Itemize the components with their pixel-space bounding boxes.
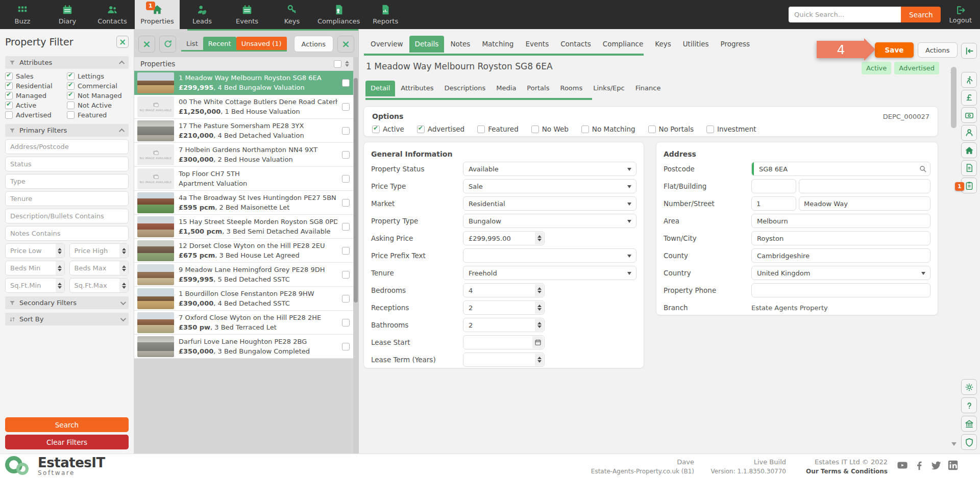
rail-button-house[interactable] xyxy=(961,142,977,158)
attribute-lettings[interactable]: Lettings xyxy=(67,72,129,80)
bedrooms-spinner[interactable] xyxy=(463,283,545,297)
tenure-select[interactable]: Freehold xyxy=(463,266,636,280)
option-featured[interactable]: Featured xyxy=(477,125,519,133)
checkbox-sales[interactable] xyxy=(5,72,13,80)
rail-button-shield[interactable] xyxy=(961,434,977,450)
filter-input-type[interactable] xyxy=(5,174,129,189)
bathrooms-spinner[interactable] xyxy=(463,318,545,332)
checkbox-residential[interactable] xyxy=(5,82,13,90)
checkbox-advertised[interactable] xyxy=(417,125,425,133)
receptions-input[interactable] xyxy=(469,304,533,312)
checkbox-no-portals[interactable] xyxy=(648,125,656,133)
lease-start-date-field[interactable] xyxy=(463,335,545,349)
row-checkbox[interactable] xyxy=(342,223,350,231)
filter-input-notes-contains[interactable] xyxy=(5,226,129,241)
lease-term-years-input[interactable] xyxy=(469,356,533,364)
attribute-advertised[interactable]: Advertised xyxy=(5,111,67,119)
checkbox-featured[interactable] xyxy=(67,111,75,119)
checkbox-no-matching[interactable] xyxy=(581,125,589,133)
tab-contacts[interactable]: Contacts xyxy=(555,36,597,53)
nav-item-compliances[interactable]: Compliances xyxy=(314,0,363,29)
list-actions-button[interactable]: Actions xyxy=(294,36,334,52)
rail-button-bank[interactable] xyxy=(961,416,977,432)
stepper-lease-term-years[interactable] xyxy=(535,354,544,366)
number-street-input-1[interactable] xyxy=(756,200,791,208)
checkbox-not-active[interactable] xyxy=(67,102,75,109)
checkbox-lettings[interactable] xyxy=(67,72,75,80)
town-city-input[interactable] xyxy=(757,235,925,242)
filter-input-status[interactable] xyxy=(5,157,129,171)
stepper-price-high[interactable] xyxy=(119,244,128,258)
attribute-sales[interactable]: Sales xyxy=(5,72,67,80)
option-no-portals[interactable]: No Portals xyxy=(648,125,694,133)
property-row[interactable]: NO IMAGE AVAILABLETop Floor CH7 5THApart… xyxy=(134,167,353,191)
filter-input-address-postcode[interactable] xyxy=(5,139,129,154)
terms-link[interactable]: Our Terms & Conditions xyxy=(806,467,888,476)
asking-price-spinner[interactable] xyxy=(463,231,545,245)
property-row[interactable]: 1 Meadow Way Melbourn Royston SG8 6EA£29… xyxy=(134,71,353,95)
checkbox-managed[interactable] xyxy=(5,92,13,99)
social-twitter[interactable] xyxy=(930,460,942,471)
secondary-filters-section-header[interactable]: Secondary Filters xyxy=(5,296,129,309)
property-row[interactable]: 15 Hay Street Steeple Morden Royston SG8… xyxy=(134,215,353,239)
subtab-portals[interactable]: Portals xyxy=(522,81,554,96)
price-type-select[interactable]: Sale xyxy=(463,179,636,193)
receptions-spinner[interactable] xyxy=(463,300,545,315)
price-prefix-text-select[interactable] xyxy=(463,248,636,263)
flat-building-input-2[interactable] xyxy=(804,183,925,190)
nav-item-buzz[interactable]: Buzz xyxy=(0,0,45,29)
scroll-down-arrow[interactable] xyxy=(951,442,957,448)
property-phone-field[interactable] xyxy=(751,283,930,297)
row-checkbox[interactable] xyxy=(342,199,350,207)
nav-item-keys[interactable]: Keys xyxy=(270,0,314,29)
property-row[interactable]: Darfuri Love Lane Houghton PE28 2BG£350,… xyxy=(134,335,353,359)
checkbox-investment[interactable] xyxy=(706,125,714,133)
rail-button-gear[interactable] xyxy=(961,379,977,395)
flat-building-field-1[interactable] xyxy=(751,179,796,193)
row-checkbox[interactable] xyxy=(342,151,350,159)
option-no-web[interactable]: No Web xyxy=(531,125,569,133)
checkbox-active[interactable] xyxy=(5,102,13,109)
stepper-sq-ft-min[interactable] xyxy=(56,279,64,292)
lease-term-years-spinner[interactable] xyxy=(463,353,545,367)
row-checkbox[interactable] xyxy=(342,127,350,135)
list-panel-close-button[interactable]: × xyxy=(337,36,354,53)
attribute-active[interactable]: Active xyxy=(5,102,67,109)
rail-button-walker[interactable] xyxy=(961,72,977,88)
property-row[interactable]: 7 Oxford Close Wyton on the Hill PE28 2H… xyxy=(134,311,353,335)
nav-item-diary[interactable]: Diary xyxy=(45,0,90,29)
flat-building-field-2[interactable] xyxy=(799,179,930,193)
save-button[interactable]: Save xyxy=(875,42,914,58)
list-tab-unsaved-1[interactable]: Unsaved (1) xyxy=(236,37,287,50)
row-checkbox[interactable] xyxy=(342,343,350,350)
checkbox-advertised[interactable] xyxy=(5,111,13,119)
attribute-residential[interactable]: Residential xyxy=(5,82,67,90)
calendar-icon[interactable] xyxy=(532,336,544,348)
list-tab-recent[interactable]: Recent xyxy=(203,37,236,50)
market-select[interactable]: Residential xyxy=(463,196,636,211)
rail-button-document[interactable] xyxy=(961,160,977,176)
row-checkbox[interactable] xyxy=(342,271,350,279)
stepper-receptions[interactable] xyxy=(535,301,544,314)
attribute-not-active[interactable]: Not Active xyxy=(67,102,129,109)
country-select[interactable]: United Kingdom xyxy=(751,266,930,280)
stepper-beds-min[interactable] xyxy=(56,261,64,275)
stepper-bedrooms[interactable] xyxy=(535,284,544,296)
stepper-bathrooms[interactable] xyxy=(535,319,544,331)
attribute-not-managed[interactable]: Not Managed xyxy=(67,92,129,99)
property-row[interactable]: 4a The Broadway St Ives Huntingdon PE27 … xyxy=(134,191,353,215)
subtab-detail[interactable]: Detail xyxy=(365,81,395,96)
flat-building-input-1[interactable] xyxy=(756,183,791,190)
sort-by-section-header[interactable]: Sort By xyxy=(5,313,129,325)
property-row[interactable]: 17 The Pasture Somersham PE28 3YX£210,00… xyxy=(134,119,353,143)
subtab-media[interactable]: Media xyxy=(491,81,521,96)
stepper-beds-max[interactable] xyxy=(119,261,128,275)
checkbox-active[interactable] xyxy=(372,125,380,133)
detail-scrollbar-thumb[interactable] xyxy=(951,67,957,128)
tab-notes[interactable]: Notes xyxy=(445,36,476,53)
filter-input-description-bullets-contains[interactable] xyxy=(5,209,129,223)
county-field[interactable] xyxy=(751,248,930,263)
nav-item-contacts[interactable]: Contacts xyxy=(90,0,135,29)
row-checkbox[interactable] xyxy=(342,103,350,111)
social-facebook[interactable] xyxy=(914,460,925,471)
